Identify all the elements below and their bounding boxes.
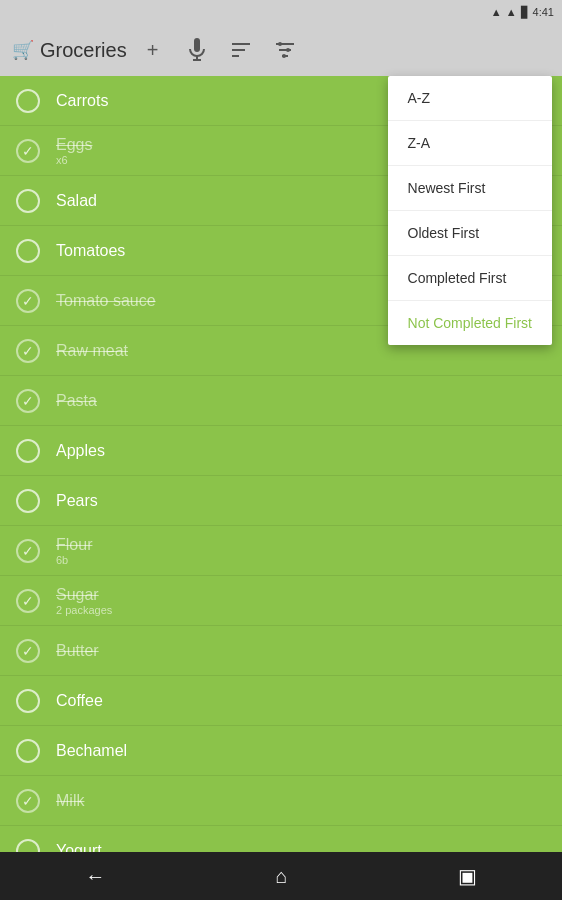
item-name: Raw meat (56, 342, 128, 359)
sort-option-not-completed[interactable]: Not Completed First (388, 301, 552, 345)
list-item[interactable]: ✓Flour6b (0, 526, 562, 576)
list-item[interactable]: Apples (0, 426, 562, 476)
item-name: Yogurt (56, 842, 102, 853)
item-name: Tomato sauce (56, 292, 156, 309)
list-item[interactable]: ✓Butter (0, 626, 562, 676)
item-name: Flour (56, 536, 92, 553)
signal-icon: ▲ (506, 6, 517, 18)
item-name: Bechamel (56, 742, 127, 759)
list-item[interactable]: Bechamel (0, 726, 562, 776)
item-label-wrap: Salad (56, 192, 97, 210)
item-name: Milk (56, 792, 84, 809)
item-name: Coffee (56, 692, 103, 709)
cart-icon: 🛒 (12, 39, 34, 61)
sort-option-az[interactable]: A-Z (388, 76, 552, 121)
home-button[interactable]: ⌂ (255, 857, 307, 896)
checkbox[interactable] (16, 189, 40, 213)
checkbox[interactable]: ✓ (16, 339, 40, 363)
checkbox[interactable]: ✓ (16, 539, 40, 563)
item-label-wrap: Tomatoes (56, 242, 125, 260)
toolbar: 🛒 Groceries + (0, 24, 562, 76)
checkbox[interactable]: ✓ (16, 789, 40, 813)
svg-point-9 (278, 42, 282, 46)
list-item[interactable]: ✓Milk (0, 776, 562, 826)
item-name: Carrots (56, 92, 108, 109)
item-name: Tomatoes (56, 242, 125, 259)
checkmark-icon: ✓ (22, 543, 34, 559)
checkmark-icon: ✓ (22, 393, 34, 409)
item-label-wrap: Sugar2 packages (56, 586, 112, 616)
checkmark-icon: ✓ (22, 593, 34, 609)
item-name: Salad (56, 192, 97, 209)
status-icons: ▲ ▲ ▊ 4:41 (491, 6, 554, 19)
item-label-wrap: Carrots (56, 92, 108, 110)
checkbox[interactable]: ✓ (16, 289, 40, 313)
checkbox[interactable]: ✓ (16, 389, 40, 413)
item-sub-label: x6 (56, 154, 92, 166)
list-item[interactable]: ✓Pasta (0, 376, 562, 426)
add-button[interactable]: + (135, 32, 171, 68)
filter-button[interactable] (267, 32, 303, 68)
checkbox[interactable]: ✓ (16, 589, 40, 613)
item-name: Apples (56, 442, 105, 459)
cart-icon-wrap: 🛒 Groceries (12, 39, 127, 62)
checkbox[interactable]: ✓ (16, 139, 40, 163)
recent-button[interactable]: ▣ (438, 856, 497, 896)
checkmark-icon: ✓ (22, 343, 34, 359)
time-display: 4:41 (533, 6, 554, 18)
checkbox[interactable] (16, 439, 40, 463)
page-title: Groceries (40, 39, 127, 62)
battery-icon: ▊ (521, 6, 529, 19)
item-label-wrap: Milk (56, 792, 84, 810)
item-label-wrap: Pears (56, 492, 98, 510)
item-label-wrap: Yogurt (56, 842, 102, 853)
sort-option-za[interactable]: Z-A (388, 121, 552, 166)
back-button[interactable]: ← (65, 857, 125, 896)
item-label-wrap: Bechamel (56, 742, 127, 760)
mic-button[interactable] (179, 32, 215, 68)
checkmark-icon: ✓ (22, 293, 34, 309)
list-item[interactable]: Coffee (0, 676, 562, 726)
list-item[interactable]: Yogurt (0, 826, 562, 852)
sort-option-newest[interactable]: Newest First (388, 166, 552, 211)
checkbox[interactable] (16, 739, 40, 763)
sort-option-completed[interactable]: Completed First (388, 256, 552, 301)
checkbox[interactable] (16, 489, 40, 513)
item-name: Butter (56, 642, 99, 659)
item-label-wrap: Flour6b (56, 536, 92, 566)
checkbox[interactable] (16, 89, 40, 113)
item-name: Eggs (56, 136, 92, 153)
checkmark-icon: ✓ (22, 793, 34, 809)
checkbox[interactable] (16, 839, 40, 853)
checkbox[interactable]: ✓ (16, 639, 40, 663)
sort-option-oldest[interactable]: Oldest First (388, 211, 552, 256)
list-item[interactable]: ✓Sugar2 packages (0, 576, 562, 626)
item-sub-label: 6b (56, 554, 92, 566)
item-label-wrap: Raw meat (56, 342, 128, 360)
checkbox[interactable] (16, 239, 40, 263)
checkbox[interactable] (16, 689, 40, 713)
checkmark-icon: ✓ (22, 143, 34, 159)
item-label-wrap: Eggsx6 (56, 136, 92, 166)
svg-rect-0 (194, 38, 200, 52)
item-name: Pasta (56, 392, 97, 409)
svg-point-11 (282, 54, 286, 58)
item-name: Pears (56, 492, 98, 509)
item-label-wrap: Apples (56, 442, 105, 460)
item-sub-label: 2 packages (56, 604, 112, 616)
item-label-wrap: Pasta (56, 392, 97, 410)
item-label-wrap: Butter (56, 642, 99, 660)
svg-point-10 (286, 48, 290, 52)
item-name: Sugar (56, 586, 99, 603)
sort-button[interactable] (223, 32, 259, 68)
status-bar: ▲ ▲ ▊ 4:41 (0, 0, 562, 24)
list-item[interactable]: Pears (0, 476, 562, 526)
wifi-icon: ▲ (491, 6, 502, 18)
checkmark-icon: ✓ (22, 643, 34, 659)
bottom-nav: ← ⌂ ▣ (0, 852, 562, 900)
sort-dropdown: A-ZZ-ANewest FirstOldest FirstCompleted … (388, 76, 552, 345)
item-label-wrap: Tomato sauce (56, 292, 156, 310)
item-label-wrap: Coffee (56, 692, 103, 710)
